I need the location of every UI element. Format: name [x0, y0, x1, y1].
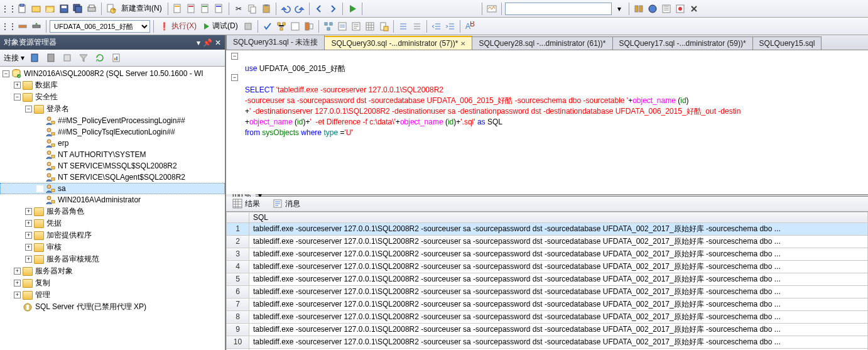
table-row[interactable]: 7tablediff.exe -sourceserver 127.0.0.1\S…	[227, 298, 868, 310]
dropdown-icon[interactable]: ▾	[613, 3, 626, 15]
specify-template-values-icon[interactable]: AB	[464, 20, 476, 33]
row-number[interactable]: 10	[227, 336, 249, 348]
tree-login-item[interactable]: sa	[0, 183, 225, 194]
collapse-icon[interactable]: −	[14, 94, 21, 101]
connect-icon[interactable]	[16, 20, 29, 33]
search-combo[interactable]	[505, 3, 612, 15]
decrease-indent-icon[interactable]	[430, 20, 443, 33]
cell-sql[interactable]: tablediff.exe -sourceserver 127.0.0.1\SQ…	[249, 323, 868, 336]
cell-sql[interactable]: tablediff.exe -sourceserver 127.0.0.1\SQ…	[249, 310, 868, 323]
cell-sql[interactable]: tablediff.exe -sourceserver 127.0.0.1\SQ…	[249, 235, 868, 248]
document-tab[interactable]: SQLQuery30.sql -...dministrator (57))*✕	[324, 36, 472, 50]
undo-icon[interactable]	[279, 3, 292, 15]
execute-button[interactable]: ❗执行(X)	[157, 19, 199, 33]
tree-credentials-node[interactable]: + 凭据	[0, 217, 225, 229]
expand-icon[interactable]: +	[14, 292, 21, 298]
filter-icon[interactable]	[77, 52, 90, 64]
tree-server-node[interactable]: − WIN2016A\SQL2008R2 (SQL Server 10.50.1…	[0, 68, 225, 79]
row-number[interactable]: 3	[227, 248, 249, 260]
expand-icon[interactable]: +	[14, 280, 21, 287]
cut-icon[interactable]: ✂	[232, 3, 245, 15]
close-icon[interactable]: ✕	[460, 40, 465, 47]
connect-object-explorer-icon[interactable]	[28, 52, 41, 64]
pin-icon[interactable]: 📌	[203, 38, 212, 47]
tree-crypto-providers-node[interactable]: + 加密提供程序	[0, 229, 225, 241]
row-number[interactable]: 6	[227, 285, 249, 298]
outline-collapse-icon[interactable]: −	[231, 53, 238, 60]
xmla-query-icon[interactable]	[213, 3, 225, 15]
properties-icon[interactable]	[674, 3, 686, 15]
cell-sql[interactable]: tablediff.exe -sourceserver 127.0.0.1\SQ…	[249, 336, 868, 348]
debug-button[interactable]: 调试(D)	[200, 19, 241, 33]
table-row[interactable]: 8tablediff.exe -sourceserver 127.0.0.1\S…	[227, 310, 868, 323]
row-number[interactable]: 8	[227, 310, 249, 323]
nav-forward-icon[interactable]	[327, 3, 339, 15]
query-options-icon[interactable]	[289, 20, 301, 33]
sql-editor[interactable]: −use UFDATA_006_2015_好酷 −SELECT 'tabledi…	[226, 50, 868, 194]
tree-server-roles-node[interactable]: + 服务器角色	[0, 205, 225, 217]
cell-sql[interactable]: tablediff.exe -sourceserver 127.0.0.1\SQ…	[249, 222, 868, 235]
include-statistics-icon[interactable]	[336, 20, 349, 33]
save-icon[interactable]	[58, 3, 70, 15]
tree-security-node[interactable]: − 安全性	[0, 91, 225, 103]
messages-tab[interactable]: 消息	[270, 197, 303, 211]
tree-login-item[interactable]: WIN2016A\Administrator	[0, 194, 225, 205]
change-connection-icon[interactable]	[30, 20, 43, 33]
results-grid[interactable]: SQL 1tablediff.exe -sourceserver 127.0.0…	[226, 212, 868, 351]
collapse-icon[interactable]: −	[25, 106, 32, 112]
new-query-button[interactable]: 新建查询(N)	[119, 2, 165, 16]
expand-icon[interactable]: +	[25, 208, 32, 215]
tree-replication-node[interactable]: + 复制	[0, 277, 225, 289]
increase-indent-icon[interactable]	[444, 20, 457, 33]
activity-monitor-icon[interactable]	[486, 3, 498, 15]
database-combo[interactable]: UFDATA_006_2015_好酷	[50, 20, 150, 33]
tree-sql-agent-node[interactable]: SQL Server 代理(已禁用代理 XP)	[0, 301, 225, 313]
tree-server-audit-specs-node[interactable]: + 服务器审核规范	[0, 253, 225, 265]
expand-icon[interactable]: +	[25, 256, 32, 263]
new-project-icon[interactable]	[16, 3, 29, 15]
table-row[interactable]: 4tablediff.exe -sourceserver 127.0.0.1\S…	[227, 260, 868, 273]
column-header-sql[interactable]: SQL	[249, 212, 868, 222]
parse-icon[interactable]	[261, 20, 274, 33]
refresh-icon[interactable]	[94, 52, 106, 64]
save-all-icon[interactable]	[72, 3, 84, 15]
cell-sql[interactable]: tablediff.exe -sourceserver 127.0.0.1\SQ…	[249, 298, 868, 310]
tree-login-item[interactable]: NT SERVICE\SQLAgent$SQL2008R2	[0, 172, 225, 183]
template-explorer-icon[interactable]	[660, 3, 673, 15]
expand-icon[interactable]: +	[25, 220, 32, 227]
dmx-query-icon[interactable]	[199, 3, 212, 15]
stop-icon[interactable]	[242, 20, 254, 33]
tree-login-item[interactable]: NT AUTHORITY\SYSTEM	[0, 149, 225, 160]
cell-sql[interactable]: tablediff.exe -sourceserver 127.0.0.1\SQ…	[249, 260, 868, 273]
report-icon[interactable]	[110, 52, 122, 64]
row-number[interactable]: 1	[227, 222, 249, 235]
results-tab[interactable]: 结果	[230, 197, 263, 211]
tree-login-item[interactable]: erp	[0, 138, 225, 149]
tree-audits-node[interactable]: + 审核	[0, 241, 225, 253]
estimated-plan-icon[interactable]	[275, 20, 288, 33]
expand-icon[interactable]: +	[25, 232, 32, 239]
table-row[interactable]: 2tablediff.exe -sourceserver 127.0.0.1\S…	[227, 235, 868, 248]
tree-management-node[interactable]: + 管理	[0, 289, 225, 301]
outline-collapse-icon[interactable]: −	[231, 74, 238, 81]
intellisense-icon[interactable]	[303, 20, 315, 33]
cell-sql[interactable]: tablediff.exe -sourceserver 127.0.0.1\SQ…	[249, 248, 868, 260]
tree-login-item[interactable]: NT SERVICE\MSSQL$SQL2008R2	[0, 160, 225, 172]
table-row[interactable]: 3tablediff.exe -sourceserver 127.0.0.1\S…	[227, 248, 868, 260]
nav-back-icon[interactable]	[313, 3, 325, 15]
expand-icon[interactable]: +	[25, 244, 32, 251]
open-folder-icon[interactable]	[44, 3, 57, 15]
print-icon[interactable]	[85, 3, 98, 15]
new-query-icon[interactable]: +	[105, 3, 117, 15]
cell-sql[interactable]: tablediff.exe -sourceserver 127.0.0.1\SQ…	[249, 273, 868, 285]
mdx-query-icon[interactable]	[185, 3, 198, 15]
results-to-grid-icon[interactable]	[364, 20, 376, 33]
row-number[interactable]: 7	[227, 298, 249, 310]
connect-dropdown[interactable]: 连接 ▾	[4, 53, 24, 63]
expand-icon[interactable]: +	[14, 268, 21, 275]
cell-sql[interactable]: tablediff.exe -sourceserver 127.0.0.1\SQ…	[249, 285, 868, 298]
tree-databases-node[interactable]: + 数据库	[0, 79, 225, 91]
row-number[interactable]: 2	[227, 235, 249, 248]
tree-server-objects-node[interactable]: + 服务器对象	[0, 265, 225, 277]
table-row[interactable]: 10tablediff.exe -sourceserver 127.0.0.1\…	[227, 336, 868, 348]
